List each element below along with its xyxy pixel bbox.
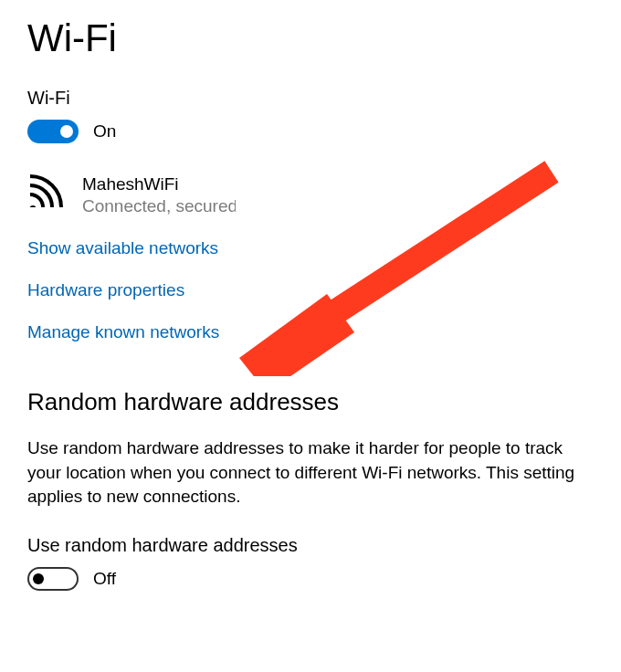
connected-network-row[interactable]: MaheshWiFi Connected, secured xyxy=(27,174,594,216)
wifi-toggle-row: On xyxy=(27,120,594,143)
wifi-signal-icon xyxy=(27,174,66,211)
random-hw-toggle-state: Off xyxy=(93,569,116,589)
wifi-toggle-state: On xyxy=(93,121,116,142)
svg-marker-6 xyxy=(245,310,318,376)
toggle-knob xyxy=(33,573,44,584)
wifi-toggle[interactable] xyxy=(27,120,79,143)
show-available-networks-link[interactable]: Show available networks xyxy=(27,238,594,258)
random-hw-toggle-row: Off xyxy=(27,567,594,591)
page-title: Wi-Fi xyxy=(27,0,594,60)
random-hw-toggle[interactable] xyxy=(27,567,79,591)
random-hw-heading: Random hardware addresses xyxy=(27,388,594,416)
random-hw-description: Use random hardware addresses to make it… xyxy=(27,436,584,509)
network-info: MaheshWiFi Connected, secured xyxy=(82,174,237,216)
hardware-properties-link[interactable]: Hardware properties xyxy=(27,280,594,300)
random-hw-toggle-label: Use random hardware addresses xyxy=(27,535,594,556)
wifi-section-label: Wi-Fi xyxy=(27,88,594,109)
network-status: Connected, secured xyxy=(82,196,237,216)
network-name: MaheshWiFi xyxy=(82,174,237,194)
toggle-knob xyxy=(60,125,73,138)
manage-known-networks-link[interactable]: Manage known networks xyxy=(27,322,594,342)
